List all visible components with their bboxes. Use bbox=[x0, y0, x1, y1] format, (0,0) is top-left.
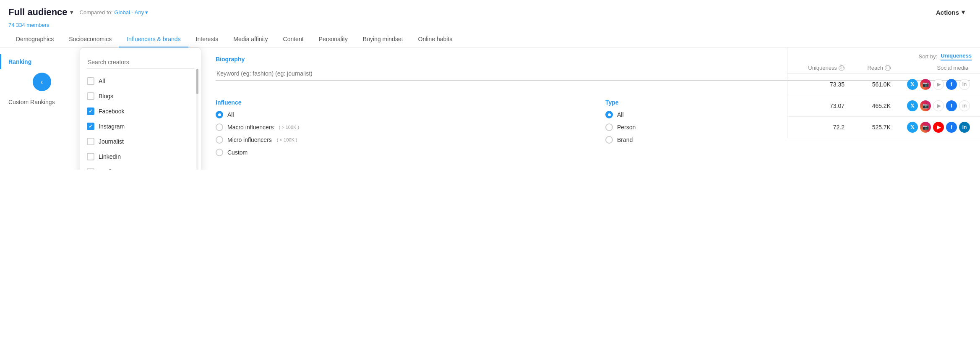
youtube-active-icon[interactable]: ▶ bbox=[933, 122, 944, 133]
row1-uniqueness: 73.35 bbox=[794, 81, 844, 88]
tab-content[interactable]: Content bbox=[276, 31, 311, 47]
dropdown-label-facebook: Facebook bbox=[99, 108, 124, 115]
table-row: 72.2 525.7K 𝕏 📷 ▶ f in bbox=[787, 117, 980, 138]
col-social-media: Social media bbox=[891, 65, 973, 71]
influence-all-label: All bbox=[227, 111, 234, 118]
dropdown-item-facebook[interactable]: Facebook bbox=[80, 104, 201, 119]
radio-type-person[interactable] bbox=[605, 123, 613, 131]
compared-to: Compared to: Global - Any ▾ bbox=[80, 9, 149, 16]
linkedin-active-icon[interactable]: in bbox=[959, 122, 970, 133]
linkedin-icon[interactable]: in bbox=[959, 79, 970, 90]
checkbox-facebook[interactable] bbox=[87, 107, 94, 115]
radio-influence-all[interactable] bbox=[216, 111, 223, 118]
tab-personality[interactable]: Personality bbox=[311, 31, 355, 47]
tab-media-affinity[interactable]: Media affinity bbox=[226, 31, 275, 47]
main-content: Ranking ‹ Custom Rankings All Blogs Face… bbox=[0, 47, 980, 170]
sidebar: Ranking ‹ Custom Rankings bbox=[0, 47, 84, 170]
sort-by-value[interactable]: Uniqueness bbox=[941, 52, 972, 60]
table-row: 73.07 465.2K 𝕏 📷 ▶ f in bbox=[787, 95, 980, 117]
tab-influencers[interactable]: Influencers & brands bbox=[119, 31, 188, 47]
reach-info-icon[interactable]: ⓘ bbox=[885, 65, 891, 71]
radio-influence-custom[interactable] bbox=[216, 149, 223, 156]
checkbox-instagram[interactable] bbox=[87, 123, 94, 130]
table-row: 73.35 561.0K 𝕏 📷 ▶ f in bbox=[787, 74, 980, 95]
dropdown-label-journalist: Journalist bbox=[99, 138, 124, 145]
checkbox-blogs[interactable] bbox=[87, 92, 94, 100]
twitter-icon[interactable]: 𝕏 bbox=[907, 122, 918, 133]
instagram-icon[interactable]: 📷 bbox=[920, 122, 931, 133]
tab-interests[interactable]: Interests bbox=[188, 31, 226, 47]
instagram-icon[interactable]: 📷 bbox=[920, 79, 931, 90]
influence-label: Influence bbox=[216, 99, 580, 106]
dropdown-item-journalist[interactable]: Journalist bbox=[80, 134, 201, 149]
dropdown-label-linkedin: LinkedIn bbox=[99, 153, 121, 160]
uniqueness-info-icon[interactable]: ⓘ bbox=[839, 65, 844, 71]
col-uniqueness: Uniqueness ⓘ bbox=[794, 65, 844, 71]
radio-influence-micro[interactable] bbox=[216, 136, 223, 144]
audience-title[interactable]: Full audience ▾ bbox=[8, 7, 73, 18]
twitter-icon[interactable]: 𝕏 bbox=[907, 79, 918, 90]
sidebar-item-ranking[interactable]: Ranking bbox=[0, 54, 83, 69]
influence-custom-label: Custom bbox=[227, 149, 248, 156]
collapse-button[interactable]: ‹ bbox=[33, 73, 51, 91]
radio-type-all[interactable] bbox=[605, 111, 613, 118]
header-left: Full audience ▾ Compared to: Global - An… bbox=[8, 7, 148, 18]
youtube-icon[interactable]: ▶ bbox=[933, 79, 944, 90]
compared-to-value[interactable]: Global - Any ▾ bbox=[114, 9, 148, 16]
scrollbar-thumb[interactable] bbox=[196, 69, 198, 94]
influence-all[interactable]: All bbox=[216, 111, 580, 118]
influence-micro-sub: ( < 100K ) bbox=[277, 137, 297, 142]
dropdown-item-all[interactable]: All bbox=[80, 73, 201, 89]
influence-group: Influence All Macro influencers ( > 100K… bbox=[216, 99, 580, 161]
dropdown-item-blogs[interactable]: Blogs bbox=[80, 89, 201, 104]
youtube-icon[interactable]: ▶ bbox=[933, 100, 944, 111]
checkbox-journalist[interactable] bbox=[87, 138, 94, 145]
linkedin-icon[interactable]: in bbox=[959, 100, 970, 111]
creator-type-dropdown: All Blogs Facebook Instagram Journalist … bbox=[80, 47, 201, 170]
checkbox-all[interactable] bbox=[87, 77, 94, 85]
tab-demographics[interactable]: Demographics bbox=[8, 31, 61, 47]
influence-custom[interactable]: Custom bbox=[216, 149, 580, 156]
tab-buying-mindset[interactable]: Buying mindset bbox=[355, 31, 411, 47]
facebook-icon[interactable]: f bbox=[946, 100, 957, 111]
checkbox-medium[interactable] bbox=[87, 168, 94, 170]
tab-online-habits[interactable]: Online habits bbox=[411, 31, 460, 47]
influence-micro[interactable]: Micro influencers ( < 100K ) bbox=[216, 136, 580, 144]
row1-reach: 561.0K bbox=[844, 81, 891, 88]
dropdown-search-area bbox=[80, 53, 201, 73]
radio-type-brand[interactable] bbox=[605, 136, 613, 144]
row1-socials: 𝕏 📷 ▶ f in bbox=[891, 79, 973, 90]
sidebar-item-custom-rankings[interactable]: Custom Rankings bbox=[0, 94, 83, 110]
members-count: 74 334 members bbox=[0, 21, 980, 31]
dropdown-label-all: All bbox=[99, 78, 105, 84]
col-reach: Reach ⓘ bbox=[844, 65, 891, 71]
dropdown-item-instagram[interactable]: Instagram bbox=[80, 119, 201, 134]
audience-chevron-icon: ▾ bbox=[70, 9, 73, 16]
influence-micro-label: Micro influencers bbox=[227, 136, 272, 143]
compared-to-label: Compared to: bbox=[80, 9, 113, 16]
row2-uniqueness: 73.07 bbox=[794, 102, 844, 109]
instagram-icon[interactable]: 📷 bbox=[920, 100, 931, 111]
row2-socials: 𝕏 📷 ▶ f in bbox=[891, 100, 973, 111]
radio-influence-macro[interactable] bbox=[216, 123, 223, 131]
influence-macro-label: Macro influencers bbox=[227, 124, 274, 131]
type-person-label: Person bbox=[617, 124, 636, 131]
tab-socioeconomics[interactable]: Socioeconomics bbox=[61, 31, 119, 47]
table-panel: Sort by: Uniqueness Uniqueness ⓘ Reach ⓘ… bbox=[787, 47, 980, 138]
search-creators-input[interactable] bbox=[87, 56, 194, 68]
nav-tabs: Demographics Socioeconomics Influencers … bbox=[0, 31, 980, 47]
dropdown-item-linkedin[interactable]: LinkedIn bbox=[80, 149, 201, 164]
influence-macro-sub: ( > 100K ) bbox=[279, 125, 300, 130]
dropdown-label-instagram: Instagram bbox=[99, 123, 125, 130]
facebook-icon[interactable]: f bbox=[946, 122, 957, 133]
facebook-icon[interactable]: f bbox=[946, 79, 957, 90]
influence-macro[interactable]: Macro influencers ( > 100K ) bbox=[216, 123, 580, 131]
twitter-icon[interactable]: 𝕏 bbox=[907, 100, 918, 111]
dropdown-item-medium[interactable]: Medium bbox=[80, 164, 201, 170]
dropdown-label-medium: Medium bbox=[99, 168, 120, 170]
sort-by: Sort by: Uniqueness bbox=[919, 52, 972, 60]
actions-button[interactable]: Actions ▾ bbox=[929, 5, 972, 19]
checkbox-linkedin[interactable] bbox=[87, 153, 94, 160]
scrollbar-track bbox=[196, 69, 198, 170]
type-all-label: All bbox=[617, 111, 624, 118]
